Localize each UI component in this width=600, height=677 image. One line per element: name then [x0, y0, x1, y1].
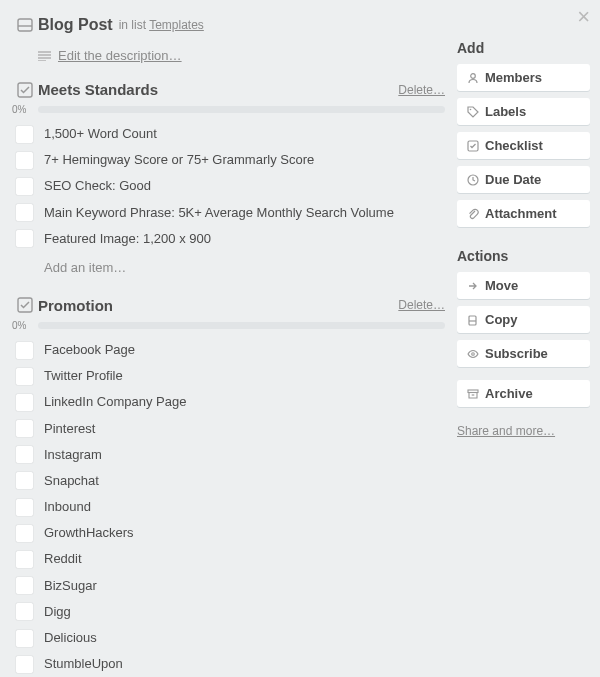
checklist-item-text[interactable]: Inbound: [44, 498, 91, 516]
checklist-item-text[interactable]: SEO Check: Good: [44, 177, 151, 195]
checklist-item: LinkedIn Company Page: [12, 389, 445, 415]
checklist-item-text[interactable]: BizSugar: [44, 577, 97, 595]
checklist-item-text[interactable]: Delicious: [44, 629, 97, 647]
checklist-item-checkbox[interactable]: [16, 472, 33, 489]
share-link[interactable]: Share and more…: [457, 424, 555, 438]
checklist-item-checkbox[interactable]: [16, 368, 33, 385]
arrow-right-icon: [467, 280, 485, 292]
attachment-button[interactable]: Attachment: [457, 200, 590, 227]
checklist-header: PromotionDelete…: [12, 297, 445, 314]
close-icon[interactable]: ×: [577, 6, 590, 28]
members-button[interactable]: Members: [457, 64, 590, 91]
subscribe-button[interactable]: Subscribe: [457, 340, 590, 367]
checklist-header: Meets StandardsDelete…: [12, 81, 445, 98]
edit-description-link[interactable]: Edit the description…: [58, 48, 182, 63]
sidebar-add-heading: Add: [457, 40, 590, 56]
checklist-delete-link[interactable]: Delete…: [398, 83, 445, 97]
checklist-item-checkbox[interactable]: [16, 394, 33, 411]
sidebar-actions-heading: Actions: [457, 248, 590, 264]
main-column: Blog Post in list Templates Edit the des…: [12, 10, 457, 677]
card-header: Blog Post in list Templates: [12, 10, 445, 36]
checklist-item: 7+ Hemingway Score or 75+ Grammarly Scor…: [12, 147, 445, 173]
checklist-item-text[interactable]: Snapchat: [44, 472, 99, 490]
checklist-section: Meets StandardsDelete…0%1,500+ Word Coun…: [12, 81, 445, 275]
checklist-item-checkbox[interactable]: [16, 551, 33, 568]
checklist-item: Featured Image: 1,200 x 900: [12, 226, 445, 252]
checklist-icon: [467, 140, 485, 152]
checklist-item-checkbox[interactable]: [16, 152, 33, 169]
checklist-item-text[interactable]: Reddit: [44, 550, 82, 568]
checklist-item-text[interactable]: Twitter Profile: [44, 367, 123, 385]
checklist-item-checkbox[interactable]: [16, 178, 33, 195]
checklist-item: Pinterest: [12, 416, 445, 442]
checklist-item: Snapchat: [12, 468, 445, 494]
checklists-container: Meets StandardsDelete…0%1,500+ Word Coun…: [12, 81, 445, 677]
sidebar: Add Members Labels Checklist Due Date At…: [457, 10, 590, 677]
checklist-item-text[interactable]: Facebook Page: [44, 341, 135, 359]
checklist-item-checkbox[interactable]: [16, 342, 33, 359]
svg-rect-15: [468, 390, 478, 393]
checklist-item-checkbox[interactable]: [16, 603, 33, 620]
labels-icon: [467, 106, 485, 118]
list-link[interactable]: Templates: [149, 18, 204, 32]
checklist-item: Instagram: [12, 442, 445, 468]
checklist-item: Facebook Page: [12, 337, 445, 363]
checklist-item-checkbox[interactable]: [16, 420, 33, 437]
checklist-item-text[interactable]: 7+ Hemingway Score or 75+ Grammarly Scor…: [44, 151, 314, 169]
checklist-check-icon: [12, 297, 38, 313]
checklist-item-text[interactable]: LinkedIn Company Page: [44, 393, 186, 411]
checklist-progress: 0%: [12, 104, 445, 115]
checklist-item-checkbox[interactable]: [16, 577, 33, 594]
attachment-label: Attachment: [485, 206, 557, 221]
svg-rect-0: [18, 19, 32, 31]
checklist-title[interactable]: Promotion: [38, 297, 398, 314]
checklist-item-text[interactable]: GrowthHackers: [44, 524, 134, 542]
due-date-label: Due Date: [485, 172, 541, 187]
copy-label: Copy: [485, 312, 518, 327]
copy-icon: [467, 314, 485, 326]
checklist-delete-link[interactable]: Delete…: [398, 298, 445, 312]
labels-label: Labels: [485, 104, 526, 119]
description-row: Edit the description…: [12, 36, 445, 81]
labels-button[interactable]: Labels: [457, 98, 590, 125]
archive-button[interactable]: Archive: [457, 380, 590, 407]
checklist-item-text[interactable]: Digg: [44, 603, 71, 621]
copy-button[interactable]: Copy: [457, 306, 590, 333]
svg-point-9: [470, 108, 472, 110]
svg-point-8: [471, 73, 476, 78]
checklist-item-checkbox[interactable]: [16, 525, 33, 542]
members-icon: [467, 72, 485, 84]
checklist-progress-bar: [38, 106, 445, 113]
members-label: Members: [485, 70, 542, 85]
checklist-item-checkbox[interactable]: [16, 656, 33, 673]
due-date-button[interactable]: Due Date: [457, 166, 590, 193]
checklist-item: Main Keyword Phrase: 5K+ Average Monthly…: [12, 200, 445, 226]
checklist-item-text[interactable]: Instagram: [44, 446, 102, 464]
checklist-item: SEO Check: Good: [12, 173, 445, 199]
checklist-check-icon: [12, 82, 38, 98]
clock-icon: [467, 174, 485, 186]
checklist-item-text[interactable]: 1,500+ Word Count: [44, 125, 157, 143]
checklist-item-text[interactable]: Pinterest: [44, 420, 95, 438]
checklist-item-checkbox[interactable]: [16, 204, 33, 221]
card-title[interactable]: Blog Post: [38, 16, 113, 34]
checklist-item-checkbox[interactable]: [16, 230, 33, 247]
move-button[interactable]: Move: [457, 272, 590, 299]
checklist-item-text[interactable]: Featured Image: 1,200 x 900: [44, 230, 211, 248]
checklist-button[interactable]: Checklist: [457, 132, 590, 159]
checklist-title[interactable]: Meets Standards: [38, 81, 398, 98]
checklist-item-checkbox[interactable]: [16, 446, 33, 463]
checklist-item-checkbox[interactable]: [16, 630, 33, 647]
subscribe-label: Subscribe: [485, 346, 548, 361]
attachment-icon: [467, 208, 485, 220]
checklist-item-checkbox[interactable]: [16, 499, 33, 516]
checklist-item: Digg: [12, 599, 445, 625]
checklist-item-checkbox[interactable]: [16, 126, 33, 143]
checklist-item-text[interactable]: StumbleUpon: [44, 655, 123, 673]
checklist-item: BizSugar: [12, 573, 445, 599]
checklist-progress: 0%: [12, 320, 445, 331]
checklist-add-item[interactable]: Add an item…: [44, 260, 445, 275]
checklist-item-text[interactable]: Main Keyword Phrase: 5K+ Average Monthly…: [44, 204, 394, 222]
checklist-percent: 0%: [12, 104, 38, 115]
checklist-item: StumbleUpon: [12, 651, 445, 677]
